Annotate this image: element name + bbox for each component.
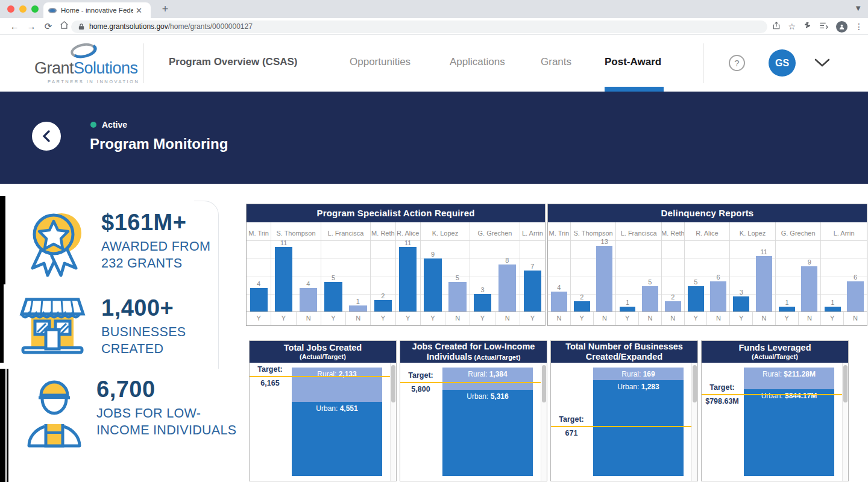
stat-label-line2: INCOME INDIVIDUALS <box>96 423 236 438</box>
axis-label: Y <box>685 312 708 325</box>
axis-label: N <box>707 312 730 325</box>
stats-card-corner <box>194 201 219 216</box>
reload-icon[interactable]: ⟳ <box>42 20 54 33</box>
bar-slot: 4 <box>548 241 570 311</box>
group-column: 38 <box>470 241 520 311</box>
stacked-chart-title: Funds Leveraged(Actual/Target) <box>702 341 848 363</box>
bar-slot: 1 <box>616 241 638 311</box>
browser-menu-icon[interactable]: ⋮ <box>855 22 863 31</box>
axis-label: N <box>753 312 776 325</box>
chart-delinquency-reports: Delinquency Reports M. TrinS. ThompsonL.… <box>547 204 867 326</box>
nav-program-overview[interactable]: Program Overview (CSAS) <box>169 56 298 68</box>
bar-slot: 2 <box>571 241 593 311</box>
stacked-bar: Rural: 1,384Urban: 5,316 <box>442 368 533 476</box>
group-name: L. Arrin <box>520 222 545 240</box>
bar-n <box>448 282 466 311</box>
bar-value-label: 3 <box>730 289 752 296</box>
back-button[interactable] <box>32 122 61 151</box>
home-icon[interactable] <box>58 20 70 33</box>
stacked-chart-body: Rural: $211.28MUrban: $844.17MTarget:$79… <box>702 363 848 481</box>
group-name: S. Thompson <box>271 222 321 240</box>
segment-label: Urban: 5,316 <box>442 392 533 401</box>
axis-label: Y <box>520 312 545 325</box>
segment-urban: Urban: 4,551 <box>292 402 382 476</box>
axis-label: Y <box>571 312 594 325</box>
group-name: R. Alice <box>396 222 421 240</box>
axis-label: Y <box>371 312 395 325</box>
axis-label: Y <box>730 312 753 325</box>
nav-post-award[interactable]: Post-Award <box>605 56 661 68</box>
tab-close-icon[interactable]: ✕ <box>136 6 142 15</box>
back-icon[interactable]: ← <box>8 20 20 33</box>
screen-edge-artifact <box>0 284 4 363</box>
group-column: 15 <box>616 241 662 311</box>
bar-value-label: 1 <box>821 299 844 306</box>
nav-applications[interactable]: Applications <box>450 56 505 68</box>
new-tab-button[interactable]: + <box>158 2 172 16</box>
group-name: M. Trin <box>548 222 571 240</box>
segment-urban: Urban: $844.17M <box>744 389 834 476</box>
chart-funds-leveraged: Funds Leveraged(Actual/Target)Rural: $21… <box>701 340 849 481</box>
group-column: 4 <box>548 241 571 311</box>
browser-profile-avatar[interactable] <box>836 21 848 33</box>
share-icon[interactable] <box>772 21 781 32</box>
active-status-dot <box>90 122 96 128</box>
axis-label: N <box>445 312 470 325</box>
bar-value-label: 7 <box>520 263 545 270</box>
stacked-chart-body: Rural: 169Urban: 1,283Target:671 <box>551 363 697 481</box>
bar-y <box>779 307 795 311</box>
axis-label: Y <box>616 312 639 325</box>
help-icon[interactable]: ? <box>729 55 745 71</box>
bar-value-label: 11 <box>396 239 420 246</box>
segment-label: Urban: $844.17M <box>744 392 834 400</box>
group-name: K. Lopez <box>421 222 471 240</box>
bar-value-label: 2 <box>662 293 684 301</box>
bar-value-label: 1 <box>776 299 798 306</box>
address-bar[interactable]: home.grantsolutions.gov/home/grants/0000… <box>71 20 767 33</box>
axis-label: N <box>297 312 321 325</box>
chart-axis-labels: NYNYNNYNYNYNYN <box>548 312 867 325</box>
bar-n <box>498 264 516 311</box>
account-chevron-down-icon[interactable] <box>813 58 831 70</box>
bar-y <box>324 282 342 311</box>
axis-label: Y <box>247 312 271 325</box>
extensions-puzzle-icon[interactable] <box>803 21 812 32</box>
bar-slot: 4 <box>296 241 321 311</box>
panel-scrollbar-thumb[interactable] <box>391 365 395 402</box>
window-minimize-button[interactable] <box>19 5 27 13</box>
panel-scrollbar-thumb[interactable] <box>843 365 848 402</box>
nav-grants[interactable]: Grants <box>541 56 571 68</box>
tab-search-chevron-icon[interactable]: ▼ <box>854 4 862 13</box>
target-value: 6,165 <box>250 379 291 387</box>
bar-n <box>300 288 317 311</box>
bar-y <box>688 286 704 311</box>
bar-y <box>574 301 590 311</box>
bookmark-star-icon[interactable]: ☆ <box>788 22 796 31</box>
axis-label: N <box>844 312 867 325</box>
user-avatar[interactable]: GS <box>769 49 796 77</box>
stacked-bar: Rural: 169Urban: 1,283 <box>593 368 684 476</box>
bar-value-label: 2 <box>571 293 593 301</box>
group-name: M. Reth <box>371 222 395 240</box>
bar-y <box>524 271 542 311</box>
axis-label: N <box>799 312 822 325</box>
group-column: 19 <box>776 241 822 311</box>
chart-title: Delinquency Reports <box>548 204 867 222</box>
group-column: 95 <box>421 241 471 311</box>
chart-total-jobs-created: Total Jobs Created(Actual/Target)Rural: … <box>249 340 397 481</box>
side-panel-icon[interactable] <box>819 22 829 32</box>
back-chevron-icon <box>42 130 51 142</box>
bar-slot: 11 <box>396 241 420 311</box>
browser-tab[interactable]: Home - innovative Federal gra ✕ <box>43 2 151 18</box>
panel-scrollbar-thumb[interactable] <box>542 365 546 402</box>
bar-value-label: 8 <box>495 257 520 264</box>
window-maximize-button[interactable] <box>31 5 39 13</box>
award-ribbon-icon <box>24 208 87 278</box>
browser-tab-strip: Home - innovative Federal gra ✕ + ▼ <box>0 0 868 18</box>
nav-opportunities[interactable]: Opportunities <box>350 56 410 68</box>
panel-scrollbar-thumb[interactable] <box>693 365 697 402</box>
stat-label-line2: CREATED <box>101 342 163 357</box>
window-close-button[interactable] <box>7 5 14 13</box>
axis-label: N <box>495 312 520 325</box>
forward-icon[interactable]: → <box>25 20 37 33</box>
